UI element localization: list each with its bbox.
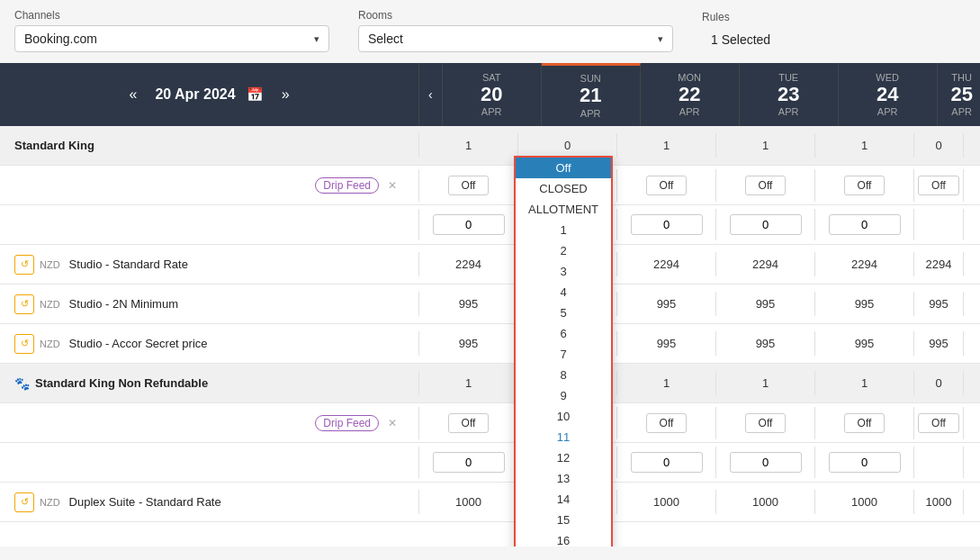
cell: Off xyxy=(419,169,518,202)
cell xyxy=(914,447,964,478)
dropdown-item[interactable]: 4 xyxy=(516,282,611,303)
app-container: Channels Booking.com ▾ Rooms Select ▾ Ru… xyxy=(0,0,980,546)
channels-value: Booking.com xyxy=(24,32,97,46)
allotment-input[interactable] xyxy=(433,214,505,235)
drip-toggle-button[interactable]: Off xyxy=(745,413,787,433)
drip-toggle-button[interactable]: Off xyxy=(448,176,490,195)
table-row xyxy=(0,443,980,483)
cal-month: APR xyxy=(951,106,972,117)
drip-toggle-button[interactable]: Off xyxy=(844,413,886,433)
cell: Off xyxy=(815,407,914,439)
refresh-icon[interactable]: ↺ xyxy=(14,294,34,314)
dropdown-item[interactable]: 6 xyxy=(516,323,611,344)
table-row: 🐾 Standard King Non Refundable11110 xyxy=(0,364,980,403)
cell xyxy=(815,447,914,478)
drip-toggle-button[interactable]: Off xyxy=(745,176,787,195)
cell xyxy=(419,209,518,240)
allotment-input[interactable] xyxy=(433,452,505,473)
dropdown-item[interactable]: 7 xyxy=(516,344,611,365)
cell: 1000 xyxy=(914,490,964,514)
row-cells xyxy=(418,447,980,478)
row-label xyxy=(0,218,418,232)
drip-toggle-button[interactable]: Off xyxy=(646,413,688,433)
cell: Off xyxy=(914,407,964,439)
dropdown-item[interactable]: 13 xyxy=(516,468,611,489)
cal-day-num: 20 xyxy=(481,83,502,106)
cal-month: APR xyxy=(877,106,898,117)
dropdown-item[interactable]: ALLOTMENT xyxy=(516,199,611,220)
drip-toggle-button[interactable]: Off xyxy=(844,176,886,195)
table-row: ↺ NZD Studio - Accor Secret price 995995… xyxy=(0,324,980,364)
channels-label: Channels xyxy=(14,9,329,22)
dropdown-item[interactable]: 10 xyxy=(516,406,611,427)
refresh-icon[interactable]: ↺ xyxy=(14,255,34,275)
dropdown-item[interactable]: 5 xyxy=(516,303,611,323)
cal-day-22: MON 22 APR xyxy=(641,63,740,126)
cell: 995 xyxy=(716,331,815,356)
allotment-input[interactable] xyxy=(730,452,802,473)
row-cells: OffOffOffOffOffOff xyxy=(418,407,980,439)
main-grid: Standard King101110Drip Feed ✕OffOffOffO… xyxy=(0,126,980,546)
cell: 1 xyxy=(617,371,716,395)
allotment-input[interactable] xyxy=(829,452,901,473)
cell: 0 xyxy=(518,133,617,158)
cell: 1000 xyxy=(716,490,815,514)
cell: 2294 xyxy=(419,252,518,276)
cell: 1000 xyxy=(617,490,716,514)
rules-label: Rules xyxy=(702,11,779,23)
allotment-input[interactable] xyxy=(829,214,901,235)
dropdown-item[interactable]: Off xyxy=(516,158,611,178)
cal-day-name: THU xyxy=(951,72,972,83)
row-cells xyxy=(418,209,980,240)
cell: 1 xyxy=(815,371,914,395)
allotment-input[interactable] xyxy=(631,214,703,235)
drip-close-button[interactable]: ✕ xyxy=(388,417,397,429)
channels-dropdown[interactable]: Booking.com ▾ xyxy=(14,25,329,52)
cell: 2294 xyxy=(716,252,815,276)
allotment-input[interactable] xyxy=(631,452,703,473)
calendar-header: « 20 Apr 2024 📅 » ‹ SAT 20 APR SUN 21 AP… xyxy=(0,63,980,126)
cal-day-21: SUN 21 APR xyxy=(542,63,641,126)
prev-week-button[interactable]: « xyxy=(121,83,144,106)
allotment-input[interactable] xyxy=(730,214,802,235)
refresh-icon[interactable]: ↺ xyxy=(14,334,34,354)
cell: 1 xyxy=(419,133,518,158)
cell: 1000 xyxy=(419,490,518,514)
cell: 0 xyxy=(914,371,964,395)
rooms-dropdown[interactable]: Select ▾ xyxy=(358,25,673,52)
cal-day-25: THU 25 APR xyxy=(938,63,980,126)
next-week-button[interactable]: » xyxy=(274,83,297,106)
currency-tag: NZD xyxy=(40,299,60,310)
dropdown-item[interactable]: CLOSED xyxy=(516,178,611,199)
rate-label: Studio - Accor Secret price xyxy=(69,337,208,350)
dropdown-item[interactable]: 11 xyxy=(516,427,611,447)
drip-close-button[interactable]: ✕ xyxy=(388,179,397,192)
dropdown-item[interactable]: 1 xyxy=(516,220,611,240)
dropdown-item[interactable]: 9 xyxy=(516,385,611,406)
calendar-icon: 📅 xyxy=(247,86,264,103)
drip-toggle-button[interactable]: Off xyxy=(918,413,959,433)
rooms-label: Rooms xyxy=(358,9,673,22)
dropdown-item[interactable]: 3 xyxy=(516,261,611,282)
prev-day-button[interactable]: ‹ xyxy=(419,63,443,126)
dropdown-item[interactable]: 14 xyxy=(516,489,611,510)
dropdown-item[interactable]: 8 xyxy=(516,365,611,385)
dropdown-item[interactable]: 12 xyxy=(516,447,611,468)
dropdown-item[interactable]: 2 xyxy=(516,240,611,261)
refresh-icon[interactable]: ↺ xyxy=(14,492,34,512)
cal-month: APR xyxy=(580,108,601,119)
calendar-nav: « 20 Apr 2024 📅 » xyxy=(0,63,418,126)
row-label: Drip Feed ✕ xyxy=(0,408,418,438)
cell: Off xyxy=(716,169,815,202)
cell: 2294 xyxy=(815,252,914,276)
allotment-dropdown[interactable]: OffCLOSEDALLOTMENT1234567891011121314151… xyxy=(514,156,613,546)
cal-day-name: WED xyxy=(876,72,899,83)
drip-toggle-button[interactable]: Off xyxy=(918,176,959,195)
dropdown-item[interactable]: 16 xyxy=(516,530,611,546)
cell: 995 xyxy=(815,331,914,356)
channels-arrow-icon: ▾ xyxy=(314,33,319,45)
dropdown-item[interactable]: 15 xyxy=(516,510,611,530)
cal-day-num: 25 xyxy=(950,83,972,106)
drip-toggle-button[interactable]: Off xyxy=(448,413,490,433)
drip-toggle-button[interactable]: Off xyxy=(646,176,688,195)
